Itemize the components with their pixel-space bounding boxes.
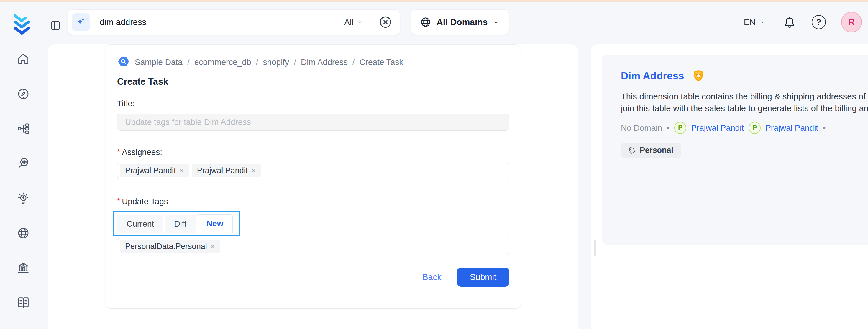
breadcrumb-item[interactable]: Dim Address xyxy=(301,58,348,67)
all-domains-button[interactable]: All Domains xyxy=(411,9,509,35)
globe-icon xyxy=(17,227,30,240)
remove-tag-icon[interactable]: × xyxy=(211,242,215,251)
owner-avatar[interactable]: P xyxy=(749,122,761,134)
divider xyxy=(371,16,371,28)
create-task-card: Sample Data / ecommerce_db / shopify / D… xyxy=(105,44,521,309)
avatar-initial: R xyxy=(848,17,855,28)
breadcrumb-item[interactable]: Sample Data xyxy=(135,58,183,67)
chevron-down-icon xyxy=(759,19,766,25)
remove-assignee-icon[interactable]: × xyxy=(180,166,184,175)
assignees-field-label: *Assignees: xyxy=(117,147,509,157)
globe-icon xyxy=(420,17,431,28)
asset-preview-panel: Dim Address This dimension table contain… xyxy=(591,44,868,329)
asset-meta-row: No Domain • P Prajwal Pandit P Prajwal P… xyxy=(621,122,868,134)
update-tags-tabs: Current Diff New xyxy=(117,214,509,233)
tab-new[interactable]: New xyxy=(197,214,233,233)
owner-link[interactable]: Prajwal Pandit xyxy=(765,123,818,133)
assignee-chip: Prajwal Pandit × xyxy=(192,164,261,177)
glossary-book-icon xyxy=(17,296,30,309)
top-header: All All Domains EN xyxy=(0,2,868,44)
update-tags-field-label: *Update Tags xyxy=(117,197,509,206)
task-title-input[interactable] xyxy=(117,114,509,131)
tags-input[interactable]: PersonalData.Personal × xyxy=(117,238,509,255)
main-content-panel: Sample Data / ecommerce_db / shopify / D… xyxy=(48,44,578,329)
page-title: Create Task xyxy=(117,77,509,87)
sidebar-item-governance[interactable] xyxy=(17,262,30,274)
search-scope-label: All xyxy=(344,18,353,27)
compass-icon xyxy=(17,87,30,100)
global-search-bar: All xyxy=(67,9,400,35)
remove-assignee-icon[interactable]: × xyxy=(251,166,256,175)
asset-description: This dimension table contains the billin… xyxy=(621,91,868,114)
tag-chip: PersonalData.Personal × xyxy=(120,240,220,253)
title-field-label: Title: xyxy=(117,99,509,108)
assignee-chip: Prajwal Pandit × xyxy=(120,164,189,177)
clear-search-icon[interactable] xyxy=(379,16,392,29)
breadcrumb-item[interactable]: ecommerce_db xyxy=(194,58,251,67)
chevron-down-icon xyxy=(356,19,363,25)
governance-bank-icon xyxy=(17,262,30,274)
breadcrumb-item[interactable]: Create Task xyxy=(359,58,403,67)
insights-bulb-icon xyxy=(17,192,30,205)
all-domains-label: All Domains xyxy=(436,17,488,27)
tag-pill-personal[interactable]: Personal xyxy=(621,143,681,158)
left-nav-sidebar xyxy=(0,44,46,329)
back-button[interactable]: Back xyxy=(422,272,441,282)
verified-badge-icon xyxy=(692,69,705,82)
scrollbar-thumb[interactable] xyxy=(594,240,596,256)
asset-title-link[interactable]: Dim Address xyxy=(621,70,684,82)
breadcrumb: Sample Data / ecommerce_db / shopify / D… xyxy=(117,56,509,69)
owner-avatar[interactable]: P xyxy=(674,122,686,134)
required-marker: * xyxy=(117,147,120,156)
ai-sparkle-icon[interactable] xyxy=(72,13,90,31)
sidebar-item-glossary[interactable] xyxy=(17,296,30,309)
tag-icon xyxy=(628,147,636,154)
search-scope-dropdown[interactable]: All xyxy=(344,18,363,27)
sidebar-item-discover[interactable] xyxy=(17,87,30,100)
search-input[interactable] xyxy=(100,18,344,27)
chevron-down-icon xyxy=(493,19,500,26)
trial-banner-strip xyxy=(0,0,868,2)
sitemap-icon xyxy=(17,122,30,135)
submit-button[interactable]: Submit xyxy=(457,268,509,287)
sidebar-item-observe[interactable] xyxy=(17,157,30,170)
breadcrumb-item[interactable]: shopify xyxy=(263,58,289,67)
assignees-input[interactable]: Prajwal Pandit × Prajwal Pandit × xyxy=(117,162,509,179)
owner-link[interactable]: Prajwal Pandit xyxy=(691,123,744,133)
user-avatar[interactable]: R xyxy=(841,12,862,32)
tag-pill-label: Personal xyxy=(640,146,673,155)
help-icon[interactable]: ? xyxy=(812,15,826,29)
atlan-logo-icon[interactable] xyxy=(11,12,33,36)
language-label: EN xyxy=(744,18,756,27)
tab-current[interactable]: Current xyxy=(117,214,163,233)
domain-label: No Domain xyxy=(621,123,662,133)
asset-preview-card[interactable]: Dim Address This dimension table contain… xyxy=(602,55,868,245)
bigquery-icon xyxy=(117,56,130,69)
sidebar-item-lineage[interactable] xyxy=(17,122,30,135)
sidebar-item-domains[interactable] xyxy=(17,227,30,240)
language-dropdown[interactable]: EN xyxy=(744,18,766,27)
sidebar-item-home[interactable] xyxy=(17,53,30,65)
discover-eye-icon xyxy=(17,157,30,170)
notifications-bell-icon[interactable] xyxy=(783,16,796,29)
sidebar-item-insights[interactable] xyxy=(17,192,30,205)
tab-diff[interactable]: Diff xyxy=(164,214,196,233)
sidebar-toggle-icon[interactable] xyxy=(50,19,61,32)
required-marker: * xyxy=(117,197,120,205)
home-icon xyxy=(17,53,30,65)
